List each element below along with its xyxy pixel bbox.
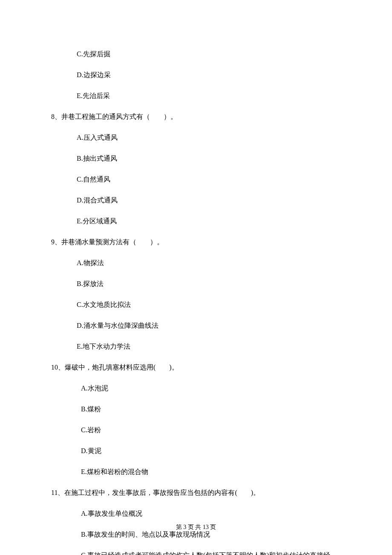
q8-option-b: B.抽出式通风 — [77, 153, 341, 164]
q8-option-e: E.分区域通风 — [77, 216, 341, 226]
q10-option-e: E.煤粉和岩粉的混合物 — [81, 467, 341, 477]
q11-option-a: A.事故发生单位概况 — [81, 509, 341, 519]
q7-option-e: E.先治后采 — [77, 91, 341, 101]
q11-stem: 11、在施工过程中，发生事故后，事故报告应当包括的内容有( )。 — [51, 488, 341, 498]
q9-option-c: C.水文地质比拟法 — [77, 300, 341, 310]
q7-option-c: C.先探后掘 — [77, 49, 341, 59]
q9-option-a: A.物探法 — [77, 258, 341, 268]
q8-stem: 8、井巷工程施工的通风方式有（ ）。 — [51, 112, 341, 122]
q8-option-c: C.自然通风 — [77, 174, 341, 185]
page-footer: 第 3 页 共 13 页 — [0, 523, 392, 532]
q8-option-a: A.压入式通风 — [77, 133, 341, 143]
q10-option-b: B.煤粉 — [81, 404, 341, 414]
q10-stem: 10、爆破中，炮孔填塞材料应选用( )。 — [51, 362, 341, 373]
q9-option-b: B.探放法 — [77, 279, 341, 289]
q9-option-d: D.涌水量与水位降深曲线法 — [77, 321, 341, 331]
q9-stem: 9、井巷涌水量预测方法有（ ）。 — [51, 237, 341, 247]
q10-option-d: D.黄泥 — [81, 446, 341, 456]
q7-option-d: D.边探边采 — [77, 70, 341, 80]
document-content: C.先探后掘 D.边探边采 E.先治后采 8、井巷工程施工的通风方式有（ ）。 … — [0, 0, 392, 555]
q10-option-c: C.岩粉 — [81, 425, 341, 435]
q11-option-c: C.事故已经造成或者可能造成的伤亡人数(包括下落不明的人数)和初步估计的直接经 — [81, 550, 341, 555]
q9-option-e: E.地下水动力学法 — [77, 341, 341, 352]
q10-option-a: A.水泡泥 — [81, 383, 341, 393]
q8-option-d: D.混合式通风 — [77, 195, 341, 205]
